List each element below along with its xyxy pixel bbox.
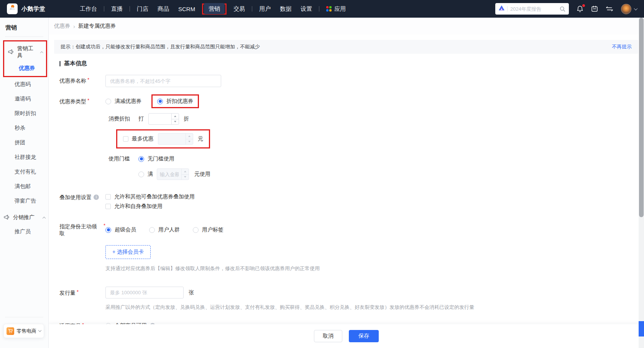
coupon-name-input[interactable] <box>105 75 221 87</box>
nav-item-live[interactable]: 直播 <box>107 3 127 15</box>
nav-separator <box>252 6 252 12</box>
sidebar-group-distribution[interactable]: 分销推广 <box>0 211 48 224</box>
sidebar-item-free-shipping[interactable]: 满包邮 <box>0 179 48 194</box>
notification-dot <box>582 4 585 7</box>
main-content: 优惠券 › 新建专属优惠券 提示：创建成功后，只能修改发行量和商品范围，且发行量… <box>49 18 644 348</box>
max-discount-unit: 元 <box>198 135 203 142</box>
cart-icon <box>7 327 14 335</box>
radio-option-min-spend[interactable]: 满 <box>138 171 153 178</box>
discount-prefix: 打 <box>138 115 144 122</box>
sidebar-item-promoter[interactable]: 推广员 <box>0 224 48 239</box>
stacking-label: 叠加使用设置 i <box>59 191 105 201</box>
sidebar-item-invite-code[interactable]: 邀请码 <box>0 92 48 106</box>
nav-item-scrm[interactable]: SCRM <box>174 3 200 15</box>
topbar-right <box>495 3 637 15</box>
nav-item-settings[interactable]: 设置 <box>296 3 317 15</box>
radio-selected-icon[interactable] <box>157 99 163 104</box>
account-menu[interactable] <box>621 4 637 14</box>
save-button[interactable]: 保存 <box>349 330 379 342</box>
radio-option-super-member[interactable]: 超级会员 <box>105 226 136 233</box>
sidebar-item-flash-sale[interactable]: 秒杀 <box>0 121 48 135</box>
brand-name: 小鹅学堂 <box>21 5 45 13</box>
checkbox-unchecked-icon[interactable] <box>105 204 111 209</box>
radio-selected-icon[interactable] <box>138 156 144 162</box>
checkbox-unchecked-icon[interactable] <box>105 194 111 200</box>
radio-unselected-icon[interactable] <box>149 227 155 233</box>
issuance-label: 发行量* <box>59 289 105 296</box>
store-switcher[interactable]: 零售电商 <box>3 324 44 338</box>
nav-item-goods[interactable]: 商品 <box>153 3 174 15</box>
calendar-button[interactable] <box>591 5 598 12</box>
footer-action-bar: 取消 保存 <box>49 324 644 348</box>
checkbox-unchecked-icon[interactable] <box>123 136 128 142</box>
section-title-text: 基本信息 <box>64 60 87 67</box>
megaphone-icon <box>8 49 14 56</box>
issuance-unit: 张 <box>189 289 194 296</box>
discount-value-input[interactable] <box>149 114 171 124</box>
radio-option-user-tag[interactable]: 用户标签 <box>193 226 223 233</box>
nav-item-workbench[interactable]: 工作台 <box>75 3 102 15</box>
nav-item-store[interactable]: 门店 <box>132 3 153 15</box>
divider <box>5 317 43 317</box>
cancel-button[interactable]: 取消 <box>314 330 342 342</box>
search-input[interactable] <box>510 6 557 12</box>
dismiss-tip-link[interactable]: 不再提示 <box>612 43 632 50</box>
radio-option-full-reduction[interactable]: 满减优惠券 <box>105 98 141 105</box>
sidebar-item-popup-ads[interactable]: 弹窗广告 <box>0 194 48 208</box>
discount-value-stepper[interactable] <box>148 113 179 125</box>
swap-arrows-icon[interactable] <box>606 6 613 12</box>
sidebar-item-group-buy[interactable]: 拼团 <box>0 135 48 150</box>
stepper-spinner <box>186 134 193 144</box>
floating-widget[interactable] <box>639 321 644 336</box>
radio-option-no-threshold[interactable]: 无门槛使用 <box>138 155 174 162</box>
radio-unselected-icon[interactable] <box>138 172 144 177</box>
sidebar-item-limited-time-discount[interactable]: 限时折扣 <box>0 106 48 121</box>
nav-item-users[interactable]: 用户 <box>255 3 275 15</box>
breadcrumb-separator-icon: › <box>73 23 75 30</box>
spinner-up-button <box>186 134 193 139</box>
sidebar-item-coupon[interactable]: 优惠券 <box>4 63 46 75</box>
radio-option-discount[interactable]: 折扣优惠券 <box>157 98 193 105</box>
nav-item-apps[interactable]: 应用 <box>322 3 350 15</box>
coupon-type-label: 优惠券类型* <box>59 98 105 105</box>
info-icon[interactable]: i <box>94 195 99 200</box>
scrollbar-thumb[interactable] <box>639 18 644 217</box>
min-spend-input <box>157 169 181 180</box>
spinner-up-button[interactable] <box>172 114 179 119</box>
radio-option-user-group[interactable]: 用户人群 <box>149 226 180 233</box>
sidebar-group-label: 营销工具 <box>17 45 38 59</box>
spinner-down-button[interactable] <box>172 119 179 125</box>
radio-unselected-icon[interactable] <box>193 227 199 233</box>
max-discount-checkbox-option[interactable]: 最多优惠 <box>123 135 153 142</box>
brand-logo[interactable] <box>7 3 18 14</box>
global-search[interactable] <box>495 3 569 15</box>
issuance-input[interactable] <box>105 287 184 299</box>
nav-item-data[interactable]: 数据 <box>275 3 296 15</box>
breadcrumb-parent[interactable]: 优惠券 <box>54 23 70 30</box>
chevron-up-icon <box>40 51 43 54</box>
stacking-other-checkbox-option[interactable]: 允许和其他可叠加优惠券叠加使用 <box>105 193 195 200</box>
nav-separator <box>130 6 130 12</box>
radio-unselected-icon[interactable] <box>105 99 111 104</box>
breadcrumb: 优惠券 › 新建专属优惠券 <box>49 18 644 35</box>
issuance-help-text: 采用推广以外的方式（定向发放、兑换码兑换、运营计划发放、支付有礼发放、购买获得、… <box>105 304 474 311</box>
notifications-button[interactable] <box>577 5 583 13</box>
search-divider <box>507 6 508 12</box>
goose-logo-icon <box>8 4 16 14</box>
sidebar-group-marketing-tools[interactable]: 营销工具 <box>4 42 46 63</box>
sidebar-item-coupon-code[interactable]: 优惠码 <box>0 77 48 92</box>
select-member-card-button[interactable]: + 选择会员卡 <box>105 245 151 259</box>
sidebar-item-pay-gift[interactable]: 支付有礼 <box>0 165 48 179</box>
spinner-down-button <box>182 174 189 180</box>
nav-item-marketing[interactable]: 营销 <box>204 3 225 14</box>
search-icon[interactable] <box>560 6 565 12</box>
stacking-self-checkbox-option[interactable]: 允许和自身叠加使用 <box>105 203 195 210</box>
apps-grid-icon <box>326 6 332 12</box>
consume-discount-label: 消费折扣 <box>108 115 130 122</box>
annotation-box-max-discount: 最多优惠 元 <box>116 129 210 148</box>
radio-selected-icon[interactable] <box>105 227 111 233</box>
scrollbar-track <box>639 18 644 348</box>
sidebar-group-label: 分销推广 <box>13 214 34 221</box>
nav-item-trade[interactable]: 交易 <box>229 3 250 15</box>
sidebar-item-community-relay[interactable]: 社群接龙 <box>0 150 48 165</box>
